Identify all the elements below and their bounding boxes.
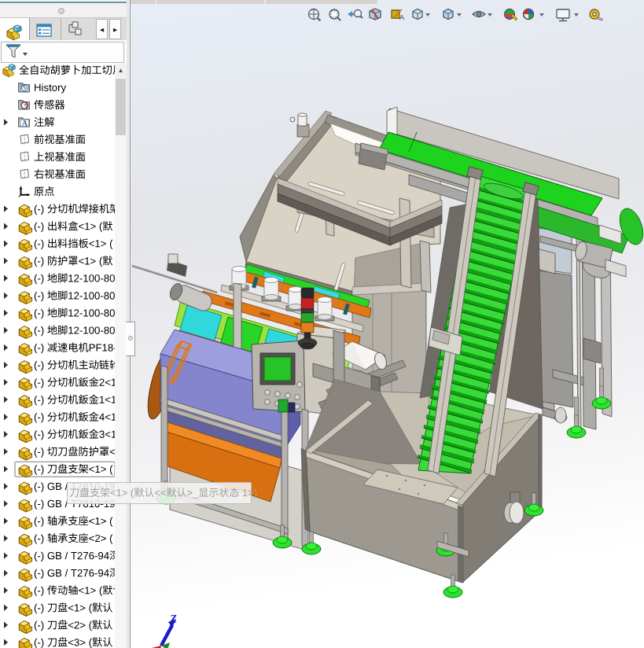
svg-text:A: A bbox=[399, 13, 404, 21]
svg-text:Z: Z bbox=[169, 613, 177, 625]
